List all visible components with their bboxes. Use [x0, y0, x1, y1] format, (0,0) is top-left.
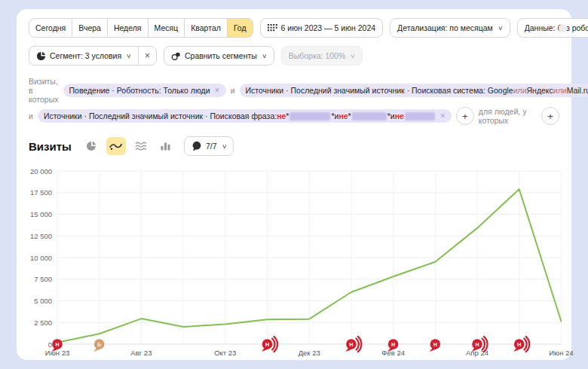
- plus-icon: +: [547, 111, 553, 122]
- line-chart-icon: [109, 141, 122, 151]
- chart-type-columns-button[interactable]: [156, 137, 176, 155]
- x-axis-label: Окт 23: [214, 349, 236, 357]
- chip-text: Источники · Последний значимый источник …: [44, 111, 277, 120]
- date-range-label: 6 июн 2023 — 5 июн 2024: [281, 23, 375, 32]
- and-connector: и: [231, 86, 235, 95]
- sampling-label: Выборка: 100%: [289, 51, 346, 60]
- chip-text: Mail.ru: [567, 86, 588, 95]
- compare-segments-label: Сравнить сегменты: [185, 51, 257, 60]
- chart-title: Визиты: [29, 140, 72, 153]
- annotation-letter: Б: [97, 342, 101, 347]
- y-axis-label: 7 500: [34, 275, 52, 283]
- y-axis-label: 12 500: [30, 232, 52, 240]
- annotation-letter: Н: [55, 342, 59, 347]
- x-axis-label: Июн 23: [45, 349, 69, 357]
- chart-type-pie-button[interactable]: [81, 137, 101, 155]
- detail-label: Детализация: по месяцам: [397, 23, 493, 32]
- chevron-down-icon: ∨: [126, 53, 132, 59]
- chart-header: Визиты: [29, 136, 559, 156]
- annotation-letter: Н: [475, 342, 479, 347]
- filter-chip-robotness[interactable]: Поведение · Роботность: Только люди×: [63, 84, 226, 97]
- metrica-report-card: СегодняВчераНеделяМесяцКварталГод 6 июн …: [17, 9, 571, 360]
- x-axis-label: Фев 24: [381, 349, 405, 357]
- pie-chart-icon: [86, 141, 96, 151]
- chip-text: Поведение · Роботность: Только люди: [69, 86, 210, 95]
- and-connector: и: [29, 111, 33, 120]
- annotation-marker[interactable]: Н: [345, 337, 361, 352]
- period-tabs: СегодняВчераНеделяМесяцКварталГод: [29, 18, 253, 38]
- y-axis-label: 20 000: [30, 167, 52, 175]
- filter-prefix-label: Визиты, в которых: [29, 77, 59, 104]
- chevron-down-icon: ∨: [498, 25, 504, 32]
- chip-close-icon[interactable]: ×: [440, 112, 446, 120]
- detail-dropdown[interactable]: Детализация: по месяцам ∨: [390, 18, 510, 38]
- x-axis-labels: Июн 23Авг 23Окт 23Дек 23Фев 24Апр 24Июн …: [45, 349, 574, 357]
- annotation-letter: Н: [265, 342, 269, 347]
- period-tab-неделя[interactable]: Неделя: [108, 18, 149, 38]
- x-axis-label: Июн 24: [549, 349, 573, 357]
- segment-group: Сегмент: 3 условия ∨ ×: [29, 46, 157, 66]
- y-axis-labels: 02 5005 0007 50010 00012 50015 00017 500…: [30, 167, 52, 349]
- x-axis-label: Дек 23: [299, 349, 320, 357]
- chip-text: Яндекс: [527, 86, 553, 95]
- chevron-down-icon: ∨: [222, 143, 228, 150]
- filter-row-1: Визиты, в которых Поведение · Роботность…: [29, 77, 559, 104]
- compare-segments-icon: [171, 51, 181, 61]
- top-toolbar: СегодняВчераНеделяМесяцКварталГод 6 июн …: [29, 18, 559, 38]
- chart-type-stacked-button[interactable]: [131, 137, 151, 155]
- visits-line-chart[interactable]: 02 5005 0007 50010 00012 50015 00017 500…: [26, 163, 564, 362]
- filter-chip-search-phrase[interactable]: Источники · Последний значимый источник …: [38, 109, 452, 123]
- date-range-button[interactable]: 6 июн 2023 — 5 июн 2024: [260, 18, 383, 38]
- period-tab-сегодня[interactable]: Сегодня: [29, 18, 72, 38]
- y-axis-label: 2 500: [34, 319, 52, 327]
- segment-dropdown[interactable]: Сегмент: 3 условия ∨: [29, 46, 138, 66]
- period-tab-год[interactable]: Год: [228, 18, 253, 38]
- y-axis-label: 5 000: [34, 297, 52, 305]
- annotation-marker[interactable]: Н: [430, 339, 440, 352]
- annotation-letter: Н: [349, 342, 353, 347]
- columns-chart-icon: [160, 141, 171, 151]
- pie-chart-icon: [36, 51, 46, 61]
- filter-chip-search-engine[interactable]: Источники · Последний значимый источник …: [240, 84, 588, 97]
- sampling-dropdown[interactable]: Выборка: 100% ∨: [281, 46, 363, 66]
- annotations-count: 7/7: [206, 142, 217, 151]
- data-mode-dropdown[interactable]: Данные: без роботов ∨: [517, 18, 588, 38]
- y-axis-label: 0: [48, 340, 52, 349]
- period-tab-месяц[interactable]: Месяц: [149, 18, 185, 38]
- chip-text: не: [395, 111, 404, 120]
- segment-conditions: Визиты, в которых Поведение · Роботность…: [29, 77, 559, 125]
- annotation-letter: Н: [517, 342, 521, 347]
- calendar-icon: [268, 24, 277, 32]
- stacked-areas-icon: [135, 141, 147, 151]
- redacted-text: [352, 112, 387, 120]
- chip-text: Источники · Последний значимый источник …: [246, 86, 513, 95]
- segment-label: Сегмент: 3 условия: [50, 51, 121, 60]
- y-axis-label: 10 000: [30, 254, 52, 262]
- comment-bubble-icon: [191, 141, 202, 151]
- y-axis-label: 17 500: [30, 188, 52, 197]
- help-icon[interactable]: [559, 24, 567, 32]
- annotation-marker[interactable]: Н: [513, 337, 529, 352]
- chip-close-icon[interactable]: ×: [215, 87, 220, 94]
- chevron-down-icon: ∨: [350, 53, 356, 59]
- add-user-condition-button[interactable]: +: [541, 107, 559, 125]
- annotations-dropdown[interactable]: 7/7 ∨: [184, 136, 234, 156]
- period-tab-квартал[interactable]: Квартал: [185, 18, 228, 38]
- compare-segments-dropdown[interactable]: Сравнить сегменты ∨: [164, 46, 274, 66]
- plus-icon: +: [462, 111, 468, 122]
- chip-text: не: [338, 111, 348, 120]
- annotation-marker[interactable]: Б: [93, 339, 104, 352]
- filter-suffix-label: для людей, у которых: [479, 107, 537, 125]
- chip-text: или: [513, 86, 527, 95]
- segment-clear-button[interactable]: ×: [138, 46, 157, 66]
- period-tab-вчера[interactable]: Вчера: [72, 18, 108, 38]
- chevron-down-icon: ∨: [262, 53, 268, 59]
- annotation-marker[interactable]: Н: [262, 337, 277, 352]
- add-visit-condition-button[interactable]: +: [456, 107, 474, 125]
- close-icon: ×: [145, 50, 150, 61]
- redacted-text: [289, 112, 330, 120]
- chart-type-line-button[interactable]: [106, 137, 126, 155]
- y-axis-label: 15 000: [30, 210, 52, 218]
- annotation-letter: Н: [433, 342, 437, 347]
- chip-text: *: [348, 111, 351, 120]
